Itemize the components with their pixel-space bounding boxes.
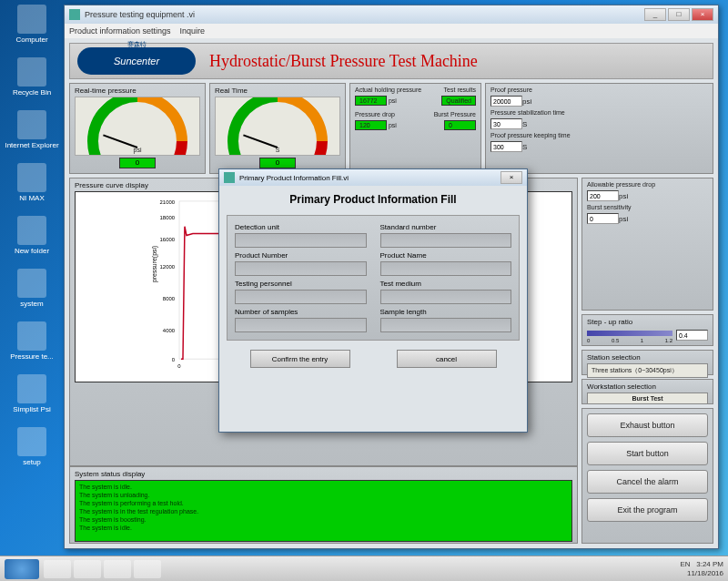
maximize-button[interactable]: □ — [668, 8, 690, 21]
product-number-input[interactable] — [235, 261, 367, 276]
test-medium-input[interactable] — [380, 290, 512, 304]
svg-text:21000: 21000 — [160, 199, 176, 205]
taskbar-item[interactable] — [134, 560, 161, 578]
time-gauge: S — [215, 97, 340, 156]
desktop-icon-computer[interactable]: Computer — [5, 5, 59, 44]
step-up-slider[interactable] — [587, 331, 672, 336]
sample-length-input[interactable] — [380, 318, 512, 332]
time-gauge-value: 0 — [259, 158, 296, 168]
burst-pressure-value: 0 — [444, 120, 476, 130]
step-up-value[interactable] — [676, 330, 708, 341]
svg-text:16000: 16000 — [160, 237, 176, 242]
exhaust-button[interactable]: Exhaust button — [587, 413, 708, 437]
station-selection-panel: Station selection Three stations（0~30450… — [581, 350, 713, 375]
keeping-time-input[interactable] — [490, 141, 522, 152]
realtime-pressure-panel: Real-time pressure psi 0 — [69, 83, 206, 174]
pressure-gauge: psi — [75, 97, 200, 156]
standard-number-input[interactable] — [380, 233, 512, 248]
pressure-drop-value: 120 — [355, 120, 387, 130]
dialog-icon — [224, 172, 235, 183]
desktop-icons: Computer Recycle Bin Internet Explorer N… — [5, 5, 59, 480]
app-title: Hydrostatic/Burst Pressure Test Machine — [209, 52, 478, 71]
readings-panel: Actual holding pressureTest results 1677… — [349, 83, 481, 174]
status-display: The system is idle.The system is unloadi… — [75, 480, 572, 542]
cancel-button[interactable]: cancel — [397, 350, 497, 368]
pressure-gauge-value: 0 — [119, 158, 156, 168]
taskbar-item[interactable] — [44, 560, 71, 578]
test-result-value: Qualified — [441, 96, 476, 106]
dialog-title: Primary Product Information Fill — [227, 193, 520, 206]
svg-text:0: 0 — [177, 363, 181, 369]
settings-panel-2: Allowable pressure drop psi Burst sensit… — [581, 178, 713, 311]
realtime-time-panel: Real Time S 0 — [209, 83, 346, 174]
workstation-select[interactable]: Burst Test — [587, 392, 708, 404]
system-tray[interactable]: EN 3:24 PM11/18/2016 — [680, 560, 723, 577]
svg-text:12000: 12000 — [160, 264, 176, 270]
dialog-titlebar[interactable]: Primary Product Information Fill.vi × — [219, 169, 527, 186]
app-header: Suncenter Hydrostatic/Burst Pressure Tes… — [69, 43, 713, 79]
desktop-icon-ie[interactable]: Internet Explorer — [5, 110, 59, 149]
taskbar-item[interactable] — [104, 560, 131, 578]
app-icon — [69, 9, 80, 20]
desktop-icon-folder[interactable]: New folder — [5, 216, 59, 255]
allowable-drop-input[interactable] — [587, 190, 619, 201]
number-samples-input[interactable] — [235, 318, 367, 332]
stabilization-time-input[interactable] — [490, 118, 522, 129]
desktop-icon-recycle[interactable]: Recycle Bin — [5, 57, 59, 97]
close-button[interactable]: × — [692, 8, 713, 21]
taskbar-item[interactable] — [74, 560, 101, 578]
product-info-dialog: Primary Product Information Fill.vi × Pr… — [218, 168, 528, 433]
start-button[interactable]: Start button — [587, 442, 708, 465]
desktop-icon-pressure[interactable]: Pressure te... — [5, 321, 59, 361]
dialog-close-button[interactable]: × — [500, 171, 522, 184]
status-panel: System status display The system is idle… — [69, 466, 578, 544]
workstation-selection-panel: Workstation selection Burst Test — [581, 379, 713, 404]
desktop-icon-system[interactable]: system — [5, 269, 59, 308]
window-titlebar[interactable]: Pressure testing equipment .vi _ □ × — [65, 5, 718, 24]
svg-text:8000: 8000 — [163, 296, 176, 301]
detection-unit-input[interactable] — [235, 233, 367, 248]
desktop-icon-setup[interactable]: setup — [5, 427, 59, 466]
exit-button[interactable]: Exit the program — [587, 498, 708, 522]
testing-personnel-input[interactable] — [235, 290, 367, 304]
settings-panel: Proof pressure psi Pressure stabilizatio… — [485, 83, 713, 174]
svg-text:18000: 18000 — [160, 215, 176, 220]
holding-pressure-value: 16772 — [355, 96, 387, 106]
svg-text:pressure(psi): pressure(psi) — [151, 246, 158, 282]
product-name-input[interactable] — [380, 261, 512, 276]
svg-text:4000: 4000 — [163, 328, 176, 333]
minimize-button[interactable]: _ — [644, 8, 666, 21]
burst-sensitivity-input[interactable] — [587, 213, 619, 224]
desktop-icon-simplist[interactable]: Simplist Psi — [5, 374, 59, 413]
start-button-win[interactable] — [5, 559, 39, 579]
proof-pressure-input[interactable] — [490, 96, 522, 107]
menu-inquire[interactable]: Inquire — [180, 26, 206, 36]
step-up-ratio-panel: Step - up ratio 00.511.2 — [581, 314, 713, 346]
window-title: Pressure testing equipment .vi — [85, 10, 195, 19]
svg-text:0: 0 — [172, 357, 176, 362]
station-select[interactable]: Three stations（0~30450psi） — [587, 363, 708, 378]
confirm-button[interactable]: Confirm the entry — [250, 350, 350, 368]
desktop-icon-nimax[interactable]: NI MAX — [5, 163, 59, 202]
action-buttons-panel: Exhaust button Start button Cancel the a… — [581, 408, 713, 545]
menu-bar: Product information settings Inquire — [65, 24, 718, 38]
menu-product-info[interactable]: Product information settings — [69, 26, 171, 36]
taskbar[interactable]: EN 3:24 PM11/18/2016 — [0, 556, 728, 581]
logo: Suncenter — [77, 47, 196, 75]
cancel-alarm-button[interactable]: Cancel the alarm — [587, 470, 708, 494]
